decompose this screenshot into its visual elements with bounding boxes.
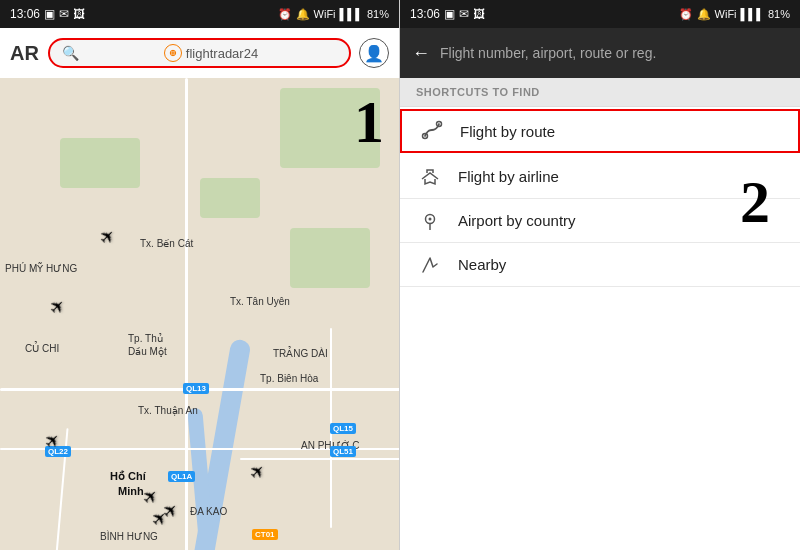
map-label-thuan-an: Tx. Thuận An xyxy=(138,405,198,416)
menu-item-label-airline: Flight by airline xyxy=(458,168,559,185)
menu-item-label-airport: Airport by country xyxy=(458,212,576,229)
battery-left: 81% xyxy=(367,8,389,20)
green-area-1 xyxy=(60,138,140,188)
map-label-phu-my-hung: PHÚ MỸ HƯNG xyxy=(5,263,77,274)
signal-icon: ▌▌▌ xyxy=(340,8,363,20)
map-label-hcm: Hồ Chí xyxy=(110,470,146,483)
map-label-cu-chi: CỦ CHI xyxy=(25,343,59,354)
status-bar-right-icons: ⏰ 🔔 WiFi ▌▌▌ 81% xyxy=(278,8,389,21)
menu-item-nearby[interactable]: Nearby xyxy=(400,243,800,287)
search-logo: ⊕ flightradar24 xyxy=(85,44,337,62)
number-2-label: 2 xyxy=(740,168,770,237)
right-content: SHORTCUTS TO FIND Flight by route xyxy=(400,78,800,550)
airline-icon xyxy=(416,163,444,191)
road-4 xyxy=(240,458,399,460)
highway-ql15: QL15 xyxy=(330,423,356,434)
ar-label: AR xyxy=(10,42,40,65)
status-bar-right-left: 13:06 ▣ ✉ 🖼 xyxy=(410,7,485,21)
volume-icon-r: 🔔 xyxy=(697,8,711,21)
menu-item-label-route: Flight by route xyxy=(460,123,555,140)
green-area-3 xyxy=(290,228,370,288)
wifi-icon: WiFi xyxy=(314,8,336,20)
status-bar-left-icons: 13:06 ▣ ✉ 🖼 xyxy=(10,7,85,21)
sim-icon: ▣ xyxy=(44,7,55,21)
map-label-binh-hung: BÌNH HƯNG xyxy=(100,531,158,542)
status-bar-right-right: ⏰ 🔔 WiFi ▌▌▌ 81% xyxy=(679,8,790,21)
green-area-2 xyxy=(200,178,260,218)
route-icon xyxy=(418,117,446,145)
search-placeholder[interactable]: Flight number, airport, route or reg. xyxy=(440,45,656,61)
nearby-icon xyxy=(416,251,444,279)
highway-ql51: QL51 xyxy=(330,446,356,457)
right-panel: 13:06 ▣ ✉ 🖼 ⏰ 🔔 WiFi ▌▌▌ 81% ← Flight nu… xyxy=(400,0,800,550)
alarm-icon: ⏰ xyxy=(278,8,292,21)
left-panel: 13:06 ▣ ✉ 🖼 ⏰ 🔔 WiFi ▌▌▌ 81% AR 🔍 ⊕ flig… xyxy=(0,0,400,550)
map-area: PHÚ MỸ HƯNG Tx. Bến Cát Tx. Tân Uyên Tp.… xyxy=(0,78,399,550)
highway-ql13: QL13 xyxy=(183,383,209,394)
status-bar-left: 13:06 ▣ ✉ 🖼 ⏰ 🔔 WiFi ▌▌▌ 81% xyxy=(0,0,399,28)
alarm-icon-r: ⏰ xyxy=(679,8,693,21)
search-icon: 🔍 xyxy=(62,45,79,61)
airport-icon xyxy=(416,207,444,235)
map-label-tan-uyen: Tx. Tân Uyên xyxy=(230,296,290,307)
ct-badge: CT01 xyxy=(252,529,278,540)
menu-item-flight-by-route[interactable]: Flight by route xyxy=(400,109,800,153)
map-label-trang-dai: TRẢNG DÀI xyxy=(273,348,328,359)
search-bar[interactable]: 🔍 ⊕ flightradar24 xyxy=(48,38,351,68)
highway-ql1a: QL1A xyxy=(168,471,195,482)
map-label-ben-cat: Tx. Bến Cát xyxy=(140,238,193,249)
time-right: 13:06 xyxy=(410,7,440,21)
map-label-da-kao: ĐA KAO xyxy=(190,506,227,517)
fr24-circle-icon: ⊕ xyxy=(164,44,182,62)
mail-icon: ✉ xyxy=(59,7,69,21)
number-1-label: 1 xyxy=(354,88,384,157)
status-bar-right: 13:06 ▣ ✉ 🖼 ⏰ 🔔 WiFi ▌▌▌ 81% xyxy=(400,0,800,28)
photo-icon: 🖼 xyxy=(73,7,85,21)
top-bar-left: AR 🔍 ⊕ flightradar24 👤 xyxy=(0,28,399,78)
wifi-icon-r: WiFi xyxy=(715,8,737,20)
map-label-thu-dau-mot-2: Dầu Một xyxy=(128,346,167,357)
mail-icon-r: ✉ xyxy=(459,7,469,21)
volume-icon: 🔔 xyxy=(296,8,310,21)
time-left: 13:06 xyxy=(10,7,40,21)
map-label-thu-dau-mot: Tp. Thủ xyxy=(128,333,163,344)
back-arrow-icon[interactable]: ← xyxy=(412,43,430,64)
search-logo-text: flightradar24 xyxy=(186,46,258,61)
photo-icon-r: 🖼 xyxy=(473,7,485,21)
profile-icon[interactable]: 👤 xyxy=(359,38,389,68)
sim-icon-r: ▣ xyxy=(444,7,455,21)
shortcuts-header: SHORTCUTS TO FIND xyxy=(400,78,800,107)
menu-item-label-nearby: Nearby xyxy=(458,256,506,273)
battery-right: 81% xyxy=(768,8,790,20)
signal-icon-r: ▌▌▌ xyxy=(741,8,764,20)
svg-point-3 xyxy=(429,217,432,220)
search-header: ← Flight number, airport, route or reg. xyxy=(400,28,800,78)
map-label-bien-hoa: Tp. Biên Hòa xyxy=(260,373,318,384)
